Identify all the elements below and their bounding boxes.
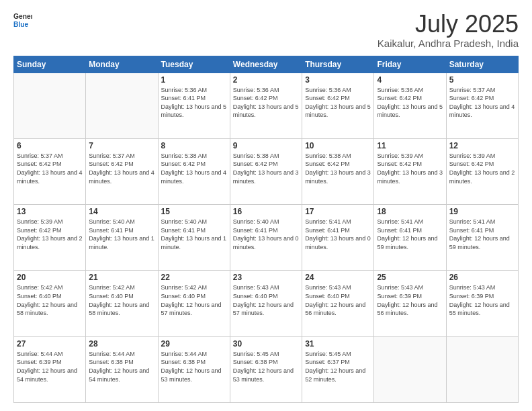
day-info: Sunrise: 5:43 AMSunset: 6:39 PMDaylight:… <box>377 283 443 317</box>
day-number: 3 <box>305 75 371 85</box>
calendar-week-row: 6Sunrise: 5:37 AMSunset: 6:42 PMDaylight… <box>14 138 519 204</box>
day-number: 23 <box>233 273 299 282</box>
day-info: Sunrise: 5:42 AMSunset: 6:40 PMDaylight:… <box>161 283 227 317</box>
day-number: 24 <box>305 273 371 282</box>
table-row: 25Sunrise: 5:43 AMSunset: 6:39 PMDayligh… <box>374 271 446 336</box>
table-row: 5Sunrise: 5:37 AMSunset: 6:42 PMDaylight… <box>446 73 518 138</box>
day-number: 29 <box>161 339 227 349</box>
day-info: Sunrise: 5:36 AMSunset: 6:42 PMDaylight:… <box>305 86 371 120</box>
table-row: 31Sunrise: 5:45 AMSunset: 6:37 PMDayligh… <box>302 336 374 402</box>
day-info: Sunrise: 5:45 AMSunset: 6:37 PMDaylight:… <box>305 350 371 383</box>
day-number: 14 <box>89 207 154 216</box>
calendar-week-row: 27Sunrise: 5:44 AMSunset: 6:39 PMDayligh… <box>14 336 519 402</box>
day-info: Sunrise: 5:37 AMSunset: 6:42 PMDaylight:… <box>89 152 154 185</box>
day-number: 15 <box>161 207 227 216</box>
table-row: 29Sunrise: 5:44 AMSunset: 6:38 PMDayligh… <box>158 336 230 402</box>
day-number: 12 <box>449 141 515 150</box>
col-saturday: Saturday <box>446 56 518 73</box>
day-info: Sunrise: 5:39 AMSunset: 6:42 PMDaylight:… <box>449 152 515 185</box>
day-info: Sunrise: 5:40 AMSunset: 6:41 PMDaylight:… <box>161 218 227 251</box>
day-info: Sunrise: 5:41 AMSunset: 6:41 PMDaylight:… <box>305 218 371 251</box>
day-info: Sunrise: 5:43 AMSunset: 6:40 PMDaylight:… <box>233 283 299 317</box>
day-info: Sunrise: 5:37 AMSunset: 6:42 PMDaylight:… <box>17 152 83 185</box>
table-row: 7Sunrise: 5:37 AMSunset: 6:42 PMDaylight… <box>86 138 158 204</box>
day-info: Sunrise: 5:40 AMSunset: 6:41 PMDaylight:… <box>89 218 154 251</box>
table-row: 6Sunrise: 5:37 AMSunset: 6:42 PMDaylight… <box>14 138 86 204</box>
table-row: 12Sunrise: 5:39 AMSunset: 6:42 PMDayligh… <box>446 138 518 204</box>
calendar-week-row: 1Sunrise: 5:36 AMSunset: 6:41 PMDaylight… <box>14 73 519 138</box>
day-info: Sunrise: 5:36 AMSunset: 6:41 PMDaylight:… <box>161 86 227 120</box>
table-row: 10Sunrise: 5:38 AMSunset: 6:42 PMDayligh… <box>302 138 374 204</box>
table-row: 30Sunrise: 5:45 AMSunset: 6:38 PMDayligh… <box>230 336 302 402</box>
day-number: 30 <box>233 339 299 349</box>
day-info: Sunrise: 5:44 AMSunset: 6:39 PMDaylight:… <box>17 350 83 383</box>
day-number: 26 <box>449 273 515 282</box>
calendar-header-row: Sunday Monday Tuesday Wednesday Thursday… <box>14 56 519 73</box>
day-info: Sunrise: 5:41 AMSunset: 6:41 PMDaylight:… <box>449 218 515 251</box>
header: General Blue July 2025 Kaikalur, Andhra … <box>13 11 519 49</box>
col-wednesday: Wednesday <box>230 56 302 73</box>
calendar-table: Sunday Monday Tuesday Wednesday Thursday… <box>13 56 519 403</box>
day-number: 4 <box>377 75 443 85</box>
day-number: 7 <box>89 141 154 150</box>
table-row: 23Sunrise: 5:43 AMSunset: 6:40 PMDayligh… <box>230 271 302 336</box>
day-number: 2 <box>233 75 299 85</box>
day-number: 9 <box>233 141 299 150</box>
day-number: 18 <box>377 207 443 216</box>
day-number: 11 <box>377 141 443 150</box>
col-sunday: Sunday <box>14 56 86 73</box>
day-info: Sunrise: 5:36 AMSunset: 6:42 PMDaylight:… <box>377 86 443 120</box>
day-info: Sunrise: 5:42 AMSunset: 6:40 PMDaylight:… <box>17 283 83 317</box>
table-row: 19Sunrise: 5:41 AMSunset: 6:41 PMDayligh… <box>446 205 518 271</box>
table-row: 17Sunrise: 5:41 AMSunset: 6:41 PMDayligh… <box>302 205 374 271</box>
day-info: Sunrise: 5:41 AMSunset: 6:41 PMDaylight:… <box>377 218 443 251</box>
table-row: 16Sunrise: 5:40 AMSunset: 6:41 PMDayligh… <box>230 205 302 271</box>
day-info: Sunrise: 5:43 AMSunset: 6:39 PMDaylight:… <box>449 283 515 317</box>
day-number: 10 <box>305 141 371 150</box>
table-row: 9Sunrise: 5:38 AMSunset: 6:42 PMDaylight… <box>230 138 302 204</box>
day-number: 13 <box>17 207 83 216</box>
col-thursday: Thursday <box>302 56 374 73</box>
main-title: July 2025 <box>378 11 519 38</box>
table-row: 24Sunrise: 5:43 AMSunset: 6:40 PMDayligh… <box>302 271 374 336</box>
table-row: 3Sunrise: 5:36 AMSunset: 6:42 PMDaylight… <box>302 73 374 138</box>
day-number: 31 <box>305 339 371 349</box>
calendar-week-row: 13Sunrise: 5:39 AMSunset: 6:42 PMDayligh… <box>14 205 519 271</box>
table-row <box>86 73 158 138</box>
table-row: 8Sunrise: 5:38 AMSunset: 6:42 PMDaylight… <box>158 138 230 204</box>
table-row: 20Sunrise: 5:42 AMSunset: 6:40 PMDayligh… <box>14 271 86 336</box>
day-info: Sunrise: 5:42 AMSunset: 6:40 PMDaylight:… <box>89 283 154 317</box>
day-info: Sunrise: 5:39 AMSunset: 6:42 PMDaylight:… <box>17 218 83 251</box>
day-info: Sunrise: 5:44 AMSunset: 6:38 PMDaylight:… <box>89 350 154 383</box>
table-row <box>374 336 446 402</box>
table-row: 11Sunrise: 5:39 AMSunset: 6:42 PMDayligh… <box>374 138 446 204</box>
day-number: 19 <box>449 207 515 216</box>
svg-text:Blue: Blue <box>13 21 29 28</box>
table-row: 14Sunrise: 5:40 AMSunset: 6:41 PMDayligh… <box>86 205 158 271</box>
day-info: Sunrise: 5:43 AMSunset: 6:40 PMDaylight:… <box>305 283 371 317</box>
logo-icon: General Blue <box>13 11 32 30</box>
svg-text:General: General <box>13 13 32 20</box>
table-row: 15Sunrise: 5:40 AMSunset: 6:41 PMDayligh… <box>158 205 230 271</box>
table-row: 1Sunrise: 5:36 AMSunset: 6:41 PMDaylight… <box>158 73 230 138</box>
day-info: Sunrise: 5:39 AMSunset: 6:42 PMDaylight:… <box>377 152 443 185</box>
table-row: 21Sunrise: 5:42 AMSunset: 6:40 PMDayligh… <box>86 271 158 336</box>
day-number: 1 <box>161 75 227 85</box>
day-number: 22 <box>161 273 227 282</box>
title-block: July 2025 Kaikalur, Andhra Pradesh, Indi… <box>378 11 519 49</box>
day-info: Sunrise: 5:37 AMSunset: 6:42 PMDaylight:… <box>449 86 515 120</box>
day-number: 8 <box>161 141 227 150</box>
page: General Blue July 2025 Kaikalur, Andhra … <box>0 0 532 411</box>
subtitle: Kaikalur, Andhra Pradesh, India <box>378 38 519 49</box>
day-number: 21 <box>89 273 154 282</box>
day-number: 6 <box>17 141 83 150</box>
day-info: Sunrise: 5:38 AMSunset: 6:42 PMDaylight:… <box>305 152 371 185</box>
table-row: 22Sunrise: 5:42 AMSunset: 6:40 PMDayligh… <box>158 271 230 336</box>
day-info: Sunrise: 5:38 AMSunset: 6:42 PMDaylight:… <box>161 152 227 185</box>
day-info: Sunrise: 5:40 AMSunset: 6:41 PMDaylight:… <box>233 218 299 251</box>
day-number: 17 <box>305 207 371 216</box>
table-row: 28Sunrise: 5:44 AMSunset: 6:38 PMDayligh… <box>86 336 158 402</box>
col-tuesday: Tuesday <box>158 56 230 73</box>
day-number: 27 <box>17 339 83 349</box>
table-row <box>14 73 86 138</box>
